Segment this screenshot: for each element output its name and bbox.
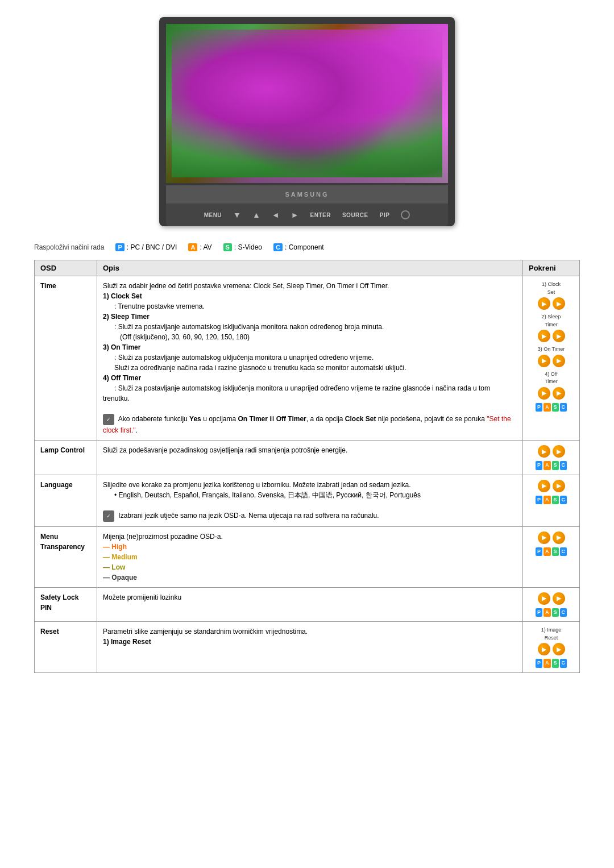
ctrl-power[interactable] — [401, 210, 410, 219]
osd-time: Time — [35, 276, 97, 441]
col-osd: OSD — [35, 260, 97, 276]
on-timer-title: 3) On Timer — [103, 343, 140, 351]
pasc-c-lamp: C — [560, 461, 567, 470]
ctrl-up[interactable]: ▲ — [252, 210, 260, 219]
pasc-reset: P A S C — [529, 659, 574, 668]
desc-safety: Možete promijeniti lozinku — [97, 587, 523, 622]
btn-off-1[interactable]: ▶ — [538, 387, 550, 400]
btn-group-lang: ▶ ▶ — [529, 480, 574, 492]
pasc-s-transp: S — [552, 547, 559, 556]
btn-safety-1[interactable]: ▶ — [538, 592, 550, 605]
desc-language: Slijedite ove korake za promjenu jezika … — [97, 475, 523, 526]
run-language: ▶ ▶ P A S C — [523, 475, 580, 526]
ctrl-pip[interactable]: PIP — [380, 212, 390, 218]
btn-on-1[interactable]: ▶ — [538, 355, 550, 367]
time-note-icon: ✓ — [103, 415, 118, 423]
transp-medium: Medium — [103, 553, 138, 561]
on-timer-sub2: Služi za određivanje načina rada i razin… — [114, 364, 406, 372]
monitor-controls: MENU ▼ ▲ ◄ ► ENTER SOURCE PIP — [166, 203, 448, 226]
run-safety: ▶ ▶ P A S C — [523, 587, 580, 622]
btn-clock-1[interactable]: ▶ — [538, 297, 550, 310]
btn-reset-2[interactable]: ▶ — [553, 643, 565, 655]
source-p: P : PC / BNC / DVI — [115, 243, 177, 251]
btn-group-safety: ▶ ▶ — [529, 592, 574, 605]
source-a-text: : AV — [200, 243, 211, 251]
btn-sleep-1[interactable]: ▶ — [538, 330, 550, 342]
note-icon-lang: ✓ — [103, 510, 114, 522]
transp-opaque: Opaque — [103, 574, 137, 582]
samsung-logo: SAMSUNG — [285, 191, 329, 198]
source-s: S : S-Video — [223, 243, 263, 251]
ctrl-down[interactable]: ▼ — [233, 210, 241, 219]
pasc-transparency: P A S C — [529, 547, 574, 556]
source-a: A : AV — [188, 243, 211, 251]
pasc-s-reset: S — [552, 659, 559, 668]
badge-s: S — [223, 243, 232, 251]
time-note: Ako odaberete funkciju Yes u opcijama On… — [103, 415, 511, 434]
btn-sleep-2[interactable]: ▶ — [553, 330, 565, 342]
pasc-c-time: C — [560, 403, 567, 412]
run-label-off: 4) OffTimer — [529, 371, 574, 386]
run-lamp: ▶ ▶ P A S C — [523, 441, 580, 475]
pasc-p-safety: P — [536, 608, 542, 617]
lang-bullet: • English, Deutsch, Español, Français, I… — [114, 491, 421, 499]
btn-off-2[interactable]: ▶ — [553, 387, 565, 400]
badge-c: C — [273, 243, 283, 251]
ctrl-right[interactable]: ► — [291, 210, 299, 219]
btn-on-2[interactable]: ▶ — [553, 355, 565, 367]
monitor-bottom-bar: SAMSUNG — [166, 185, 448, 203]
btn-safety-2[interactable]: ▶ — [553, 592, 565, 605]
off-timer-title: 4) Off Timer — [103, 374, 141, 382]
btn-lamp-1[interactable]: ▶ — [538, 445, 550, 458]
on-timer-detail: : Služi za postavljanje automatskog uklj… — [114, 354, 374, 362]
row-time: Time Služi za odabir jedne od četiri pos… — [35, 276, 580, 441]
page-wrapper: SAMSUNG MENU ▼ ▲ ◄ ► ENTER SOURCE PIP Ra… — [0, 0, 614, 690]
pasc-a-reset: A — [544, 659, 551, 668]
transp-intro: Mijenja (ne)prozirnost pozadine OSD-a. — [103, 533, 223, 541]
btn-group-clock: ▶ ▶ — [529, 297, 574, 310]
lang-note: Izabrani jezik utječe samo na jezik OSD-… — [118, 512, 379, 520]
pasc-p-reset: P — [536, 659, 542, 668]
lamp-desc: Služi za podešavanje pozadinskog osvjetl… — [103, 446, 347, 454]
btn-transp-2[interactable]: ▶ — [553, 531, 565, 544]
osd-language: Language — [35, 475, 97, 526]
row-lamp: Lamp Control Služi za podešavanje pozadi… — [35, 441, 580, 475]
btn-reset-1[interactable]: ▶ — [538, 643, 550, 655]
run-label-sleep: 2) SleepTimer — [529, 313, 574, 329]
pasc-c-transp: C — [560, 547, 567, 556]
run-reset: 1) ImageReset ▶ ▶ P A S C — [523, 622, 580, 673]
badge-a: A — [188, 243, 197, 251]
source-c-text: : Component — [285, 243, 324, 251]
desc-lamp: Služi za podešavanje pozadinskog osvjetl… — [97, 441, 523, 475]
btn-lang-1[interactable]: ▶ — [538, 480, 550, 492]
source-p-text: : PC / BNC / DVI — [127, 243, 177, 251]
reset-section-title: 1) Image Reset — [103, 638, 151, 646]
btn-clock-2[interactable]: ▶ — [553, 297, 565, 310]
pasc-safety: P A S C — [529, 608, 574, 617]
pasc-a-lang: A — [544, 496, 551, 505]
pasc-time: P A S C — [529, 403, 574, 412]
btn-group-on: ▶ ▶ — [529, 355, 574, 367]
btn-group-lamp: ▶ ▶ — [529, 445, 574, 458]
ctrl-enter[interactable]: ENTER — [310, 212, 331, 218]
btn-transp-1[interactable]: ▶ — [538, 531, 550, 544]
safety-desc: Možete promijeniti lozinku — [103, 593, 181, 601]
ctrl-source[interactable]: SOURCE — [342, 212, 368, 218]
sleep-timer-sub: (Off (isključeno), 30, 60, 90, 120, 150,… — [120, 333, 250, 341]
btn-group-reset: ▶ ▶ — [529, 643, 574, 655]
main-table: OSD Opis Pokreni Time Služi za odabir je… — [34, 260, 580, 673]
monitor-section: SAMSUNG MENU ▼ ▲ ◄ ► ENTER SOURCE PIP — [34, 17, 580, 226]
run-label-on: 3) On Timer — [529, 346, 574, 354]
pasc-c-reset: C — [560, 659, 567, 668]
btn-lamp-2[interactable]: ▶ — [553, 445, 565, 458]
desc-time: Služi za odabir jedne od četiri postavke… — [97, 276, 523, 441]
transp-low: Low — [103, 563, 125, 571]
ctrl-menu[interactable]: MENU — [204, 212, 222, 218]
btn-lang-2[interactable]: ▶ — [553, 480, 565, 492]
pasc-s-time: S — [552, 403, 559, 412]
pasc-a-transp: A — [544, 547, 551, 556]
ctrl-left[interactable]: ◄ — [272, 210, 280, 219]
pasc-p-time: P — [536, 403, 542, 412]
lang-intro: Slijedite ove korake za promjenu jezika … — [103, 481, 411, 489]
clock-set-detail: : Trenutne postavke vremena. — [114, 302, 205, 310]
